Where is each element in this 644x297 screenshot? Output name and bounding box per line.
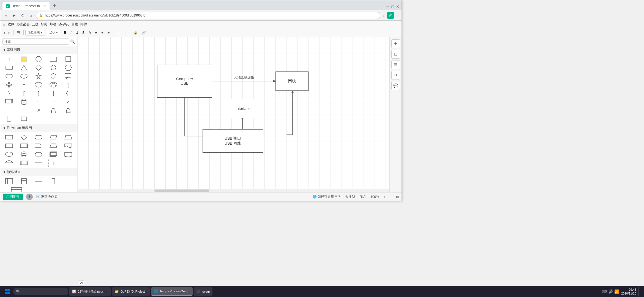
- align-right-btn[interactable]: ≡: [106, 30, 111, 35]
- show-shapes-btn[interactable]: 示例图形: [3, 194, 23, 200]
- category-flowchart-header[interactable]: ▼ Flowchart 流程图: [0, 124, 77, 132]
- small-rect-shape[interactable]: [2, 64, 17, 72]
- l-shape[interactable]: [2, 115, 17, 123]
- bookmark-7[interactable]: 百度: [72, 22, 78, 27]
- align-left-btn[interactable]: ≡: [94, 30, 99, 35]
- bookmark-5[interactable]: 邮箱: [50, 22, 56, 27]
- taskbar-item-1[interactable]: 📊 23种设计模式.pptx - ...: [69, 287, 111, 296]
- taskbar-item-3[interactable]: 🌐 Temp - ProcessOn - ...: [151, 287, 193, 296]
- home-button[interactable]: ⌂: [27, 12, 34, 19]
- taskbar-search[interactable]: 🔍: [13, 288, 68, 295]
- new-tab-button[interactable]: +: [51, 2, 58, 10]
- flow-oval[interactable]: [2, 150, 17, 158]
- link-btn[interactable]: 🔗: [140, 30, 148, 35]
- url-text[interactable]: https://www.processon.com/diagraming/5dc…: [45, 13, 145, 17]
- left-arrow-shape[interactable]: ←: [31, 98, 46, 106]
- zoom-in-button[interactable]: +: [391, 39, 400, 48]
- diamond-shape[interactable]: [31, 64, 46, 72]
- bookmark-2[interactable]: 必应必备: [17, 22, 30, 27]
- show-desktop-btn[interactable]: [638, 287, 640, 296]
- pentagon-shape[interactable]: [46, 64, 61, 72]
- flow-rounded[interactable]: [31, 133, 46, 141]
- fit-btn[interactable]: ⊞: [396, 195, 399, 199]
- italic-btn[interactable]: I: [69, 30, 73, 35]
- star-icon[interactable]: ☆: [383, 13, 386, 18]
- underline-btn[interactable]: U: [74, 30, 80, 35]
- size-dropdown[interactable]: 13pt ▾: [47, 30, 60, 35]
- rect-shape[interactable]: [46, 55, 61, 63]
- star-shape[interactable]: [31, 72, 46, 80]
- browser-tab[interactable]: e Temp - ProcessOn ✕: [2, 2, 50, 10]
- swimlane-h[interactable]: [2, 177, 17, 185]
- pipe-shape[interactable]: |: [46, 89, 61, 97]
- down-arrow-shape[interactable]: ↓: [17, 106, 31, 114]
- bookmark-8[interactable]: 邮件: [80, 22, 87, 27]
- flow-hexagon[interactable]: [31, 150, 46, 158]
- bookmark-3[interactable]: 云盘: [32, 22, 39, 27]
- address-bar[interactable]: 🔒 https://www.processon.com/diagraming/5…: [36, 12, 380, 19]
- flow-trapezoid[interactable]: [61, 133, 75, 141]
- flow-diamond[interactable]: [17, 133, 31, 141]
- back-button[interactable]: ◂: [2, 12, 10, 19]
- taskbar-item-4[interactable]: 🎥 ocam: [194, 287, 212, 296]
- save-btn[interactable]: 💾: [15, 30, 22, 35]
- swimlane-wide[interactable]: [2, 186, 31, 192]
- h-scrollbar-thumb[interactable]: [154, 189, 209, 192]
- comment-button[interactable]: 💬: [391, 81, 400, 90]
- flow-parallelogram[interactable]: [46, 133, 61, 141]
- text-shape[interactable]: T: [2, 55, 17, 63]
- flow-cylinder[interactable]: [17, 150, 31, 158]
- minimize-button[interactable]: ─: [386, 4, 389, 9]
- invite-collab-label[interactable]: 📧 邀请协作者: [36, 194, 58, 199]
- zoom-in-btn[interactable]: +: [383, 195, 385, 199]
- right-arrow-shape[interactable]: →: [46, 98, 61, 106]
- cross-shape[interactable]: [2, 81, 17, 89]
- h-scrollbar[interactable]: [77, 189, 389, 192]
- bracket-left-shape[interactable]: [: [17, 89, 31, 97]
- swimlane-small[interactable]: [46, 177, 61, 185]
- zoom-out-btn[interactable]: −: [390, 195, 392, 199]
- tab-close-icon[interactable]: ✕: [43, 4, 46, 8]
- search-input[interactable]: [2, 38, 69, 45]
- category-swimlane-header[interactable]: ▼ 泳池/泳道: [0, 168, 77, 176]
- refresh-button[interactable]: ↻: [19, 12, 26, 19]
- four-arrow-shape[interactable]: ⤢: [61, 98, 75, 106]
- brace-right-shape[interactable]: }: [2, 89, 17, 97]
- arrow-style-btn[interactable]: →: [122, 31, 128, 35]
- shield-shape[interactable]: [46, 72, 61, 80]
- properties-button[interactable]: ☰: [391, 60, 400, 69]
- style-dropdown[interactable]: 微软雅黑 ▾: [25, 30, 45, 35]
- angle-brace-shape[interactable]: [61, 89, 75, 97]
- flow-arc1[interactable]: [2, 159, 17, 167]
- bracket-right-shape[interactable]: ]: [31, 89, 46, 97]
- swimlane-line[interactable]: [31, 177, 46, 185]
- flow-manual[interactable]: [46, 142, 61, 150]
- callout-shape[interactable]: [61, 72, 75, 80]
- flow-decision[interactable]: [61, 150, 75, 158]
- diagonal-arrow-shape[interactable]: ↗: [31, 106, 46, 114]
- flow-rect[interactable]: [2, 133, 17, 141]
- flow-mult-doc[interactable]: [46, 150, 61, 158]
- rect-callout-shape[interactable]: [2, 98, 17, 106]
- flow-arc2[interactable]: [17, 159, 31, 167]
- search-icon[interactable]: 🔍: [70, 39, 75, 44]
- bookmark-4[interactable]: 好友: [41, 22, 47, 27]
- font-color-btn[interactable]: A: [87, 30, 93, 35]
- hexagon-shape[interactable]: [61, 64, 75, 72]
- arch-shape[interactable]: [46, 106, 61, 114]
- oval-shape[interactable]: [31, 81, 46, 89]
- double-ellipse-shape[interactable]: [46, 81, 61, 89]
- help-link[interactable]: 🌐 怎样引导用户？: [313, 194, 341, 199]
- bookmark-1[interactable]: 收藏: [8, 22, 14, 27]
- flow-predefined[interactable]: [17, 142, 31, 150]
- flow-divider[interactable]: [31, 159, 46, 167]
- flow-process[interactable]: [2, 142, 17, 150]
- taskbar-item-2[interactable]: 📁 GoF23 [D:/Project...: [112, 287, 150, 296]
- network-box[interactable]: 网线: [275, 72, 309, 91]
- start-button[interactable]: [2, 287, 12, 296]
- arch2-shape[interactable]: [61, 106, 75, 114]
- redo-btn[interactable]: ▸: [7, 30, 12, 35]
- close-button[interactable]: ✕: [396, 4, 399, 9]
- square-shape[interactable]: [61, 55, 75, 63]
- interface-box[interactable]: Interface: [224, 99, 262, 118]
